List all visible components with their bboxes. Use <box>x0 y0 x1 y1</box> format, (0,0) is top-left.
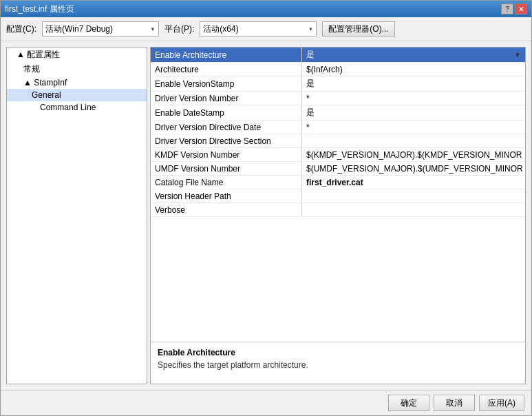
prop-row-10[interactable]: Version Header Path <box>151 189 525 203</box>
apply-button[interactable]: 应用(A) <box>479 395 524 411</box>
description-panel: Enable Architecture Specifies the target… <box>151 342 525 384</box>
prop-name-2: Enable VersionStamp <box>151 76 302 91</box>
platform-dropdown[interactable]: 活动(x64) ▼ <box>200 21 317 37</box>
prop-row-0[interactable]: Enable Architecture是▼ <box>151 48 525 63</box>
left-panel: ▲ 配置属性常规▲ StampInfGeneralCommand Line <box>6 47 147 384</box>
prop-row-7[interactable]: KMDF Version Number$(KMDF_VERSION_MAJOR)… <box>151 148 525 162</box>
prop-value-2: 是 <box>302 76 525 91</box>
config-manager-button[interactable]: 配置管理器(O)... <box>322 21 394 37</box>
prop-value-dropdown-0[interactable]: ▼ <box>514 51 521 59</box>
prop-name-0: Enable Architecture <box>151 48 302 62</box>
sidebar-item-2[interactable]: ▲ StampInf <box>7 76 147 89</box>
cancel-button[interactable]: 取消 <box>434 395 475 411</box>
prop-row-9[interactable]: Catalog File Namefirst_driver.cat <box>151 176 525 189</box>
config-dropdown[interactable]: 活动(Win7 Debug) ▼ <box>42 21 159 37</box>
prop-name-4: Enable DateStamp <box>151 105 302 120</box>
prop-value-text-1: $(InfArch) <box>306 65 343 74</box>
toolbar: 配置(C): 活动(Win7 Debug) ▼ 平台(P): 活动(x64) ▼… <box>1 17 531 41</box>
config-value: 活动(Win7 Debug) <box>45 23 113 35</box>
description-title: Enable Architecture <box>158 348 518 357</box>
prop-row-5[interactable]: Driver Version Directive Date* <box>151 121 525 134</box>
prop-value-10 <box>302 189 525 202</box>
properties-table: Enable Architecture是▼Architecture$(InfAr… <box>151 48 525 342</box>
help-button[interactable]: ? <box>501 3 513 14</box>
main-window: first_test.inf 属性页 ? ✕ 配置(C): 活动(Win7 De… <box>0 0 532 416</box>
sidebar-item-1[interactable]: 常规 <box>7 62 147 76</box>
prop-row-6[interactable]: Driver Version Directive Section <box>151 134 525 148</box>
prop-value-text-8: $(UMDF_VERSION_MAJOR).$(UMDF_VERSION_MIN… <box>306 164 523 174</box>
main-content: ▲ 配置属性常规▲ StampInfGeneralCommand Line En… <box>1 41 531 390</box>
prop-name-11: Verbose <box>151 203 302 216</box>
config-dropdown-arrow: ▼ <box>150 26 156 32</box>
prop-row-8[interactable]: UMDF Version Number$(UMDF_VERSION_MAJOR)… <box>151 162 525 176</box>
prop-name-10: Version Header Path <box>151 189 302 202</box>
platform-label: 平台(P): <box>164 23 194 35</box>
platform-value: 活动(x64) <box>203 23 238 35</box>
prop-value-text-5: * <box>306 123 310 132</box>
prop-value-text-0: 是 <box>306 49 315 61</box>
prop-value-text-3: * <box>306 94 310 103</box>
prop-name-1: Architecture <box>151 63 302 76</box>
close-button[interactable]: ✕ <box>515 3 527 14</box>
footer: 确定 取消 应用(A) <box>1 390 531 415</box>
prop-value-5: * <box>302 121 525 134</box>
prop-value-11 <box>302 203 525 216</box>
prop-row-11[interactable]: Verbose <box>151 203 525 217</box>
prop-row-4[interactable]: Enable DateStamp是 <box>151 105 525 121</box>
prop-row-2[interactable]: Enable VersionStamp是 <box>151 76 525 92</box>
prop-name-8: UMDF Version Number <box>151 162 302 175</box>
prop-value-4: 是 <box>302 105 525 120</box>
prop-value-9: first_driver.cat <box>302 176 525 189</box>
prop-value-8: $(UMDF_VERSION_MAJOR).$(UMDF_VERSION_MIN… <box>302 162 525 175</box>
platform-dropdown-arrow: ▼ <box>308 26 313 32</box>
title-bar-buttons: ? ✕ <box>501 3 527 14</box>
prop-row-3[interactable]: Driver Version Number* <box>151 92 525 105</box>
window-title: first_test.inf 属性页 <box>5 3 74 15</box>
title-bar: first_test.inf 属性页 ? ✕ <box>1 1 531 17</box>
prop-value-7: $(KMDF_VERSION_MAJOR).$(KMDF_VERSION_MIN… <box>302 148 525 161</box>
sidebar-item-4[interactable]: Command Line <box>7 101 147 114</box>
prop-value-text-2: 是 <box>306 78 315 90</box>
prop-value-1: $(InfArch) <box>302 63 525 76</box>
prop-name-9: Catalog File Name <box>151 176 302 189</box>
prop-value-text-7: $(KMDF_VERSION_MAJOR).$(KMDF_VERSION_MIN… <box>306 150 522 160</box>
config-label: 配置(C): <box>6 23 36 35</box>
confirm-button[interactable]: 确定 <box>388 395 429 411</box>
prop-row-1[interactable]: Architecture$(InfArch) <box>151 63 525 76</box>
right-panel: Enable Architecture是▼Architecture$(InfAr… <box>150 47 526 384</box>
prop-value-6 <box>302 134 525 147</box>
prop-value-0[interactable]: 是▼ <box>302 48 525 62</box>
prop-name-3: Driver Version Number <box>151 92 302 105</box>
description-text: Specifies the target platform architectu… <box>158 360 518 370</box>
sidebar-item-0[interactable]: ▲ 配置属性 <box>7 48 147 62</box>
prop-name-6: Driver Version Directive Section <box>151 134 302 147</box>
prop-value-3: * <box>302 92 525 105</box>
sidebar-item-3[interactable]: General <box>7 89 147 101</box>
prop-name-7: KMDF Version Number <box>151 148 302 161</box>
prop-value-text-4: 是 <box>306 107 315 118</box>
prop-value-text-9: first_driver.cat <box>306 178 363 187</box>
prop-name-5: Driver Version Directive Date <box>151 121 302 134</box>
